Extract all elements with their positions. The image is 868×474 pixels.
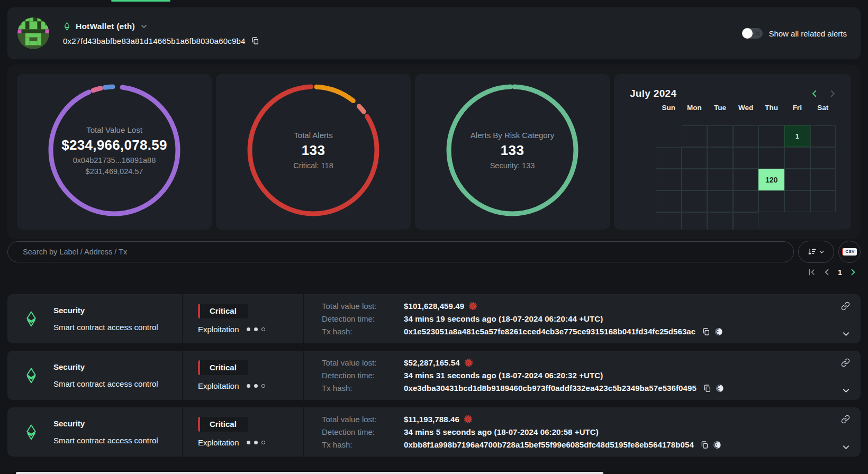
copy-address-icon[interactable] (251, 37, 259, 45)
alert-link-icon[interactable] (841, 415, 850, 424)
copy-tx-icon[interactable] (700, 441, 709, 449)
weekday-label: Sun (656, 104, 682, 112)
calendar-day-cell[interactable] (810, 125, 836, 147)
expand-alert-chevron-icon[interactable] (841, 442, 851, 452)
calendar-day-cell[interactable] (758, 125, 784, 147)
alert-category: Security (53, 362, 158, 371)
calendar-day-cell[interactable] (758, 147, 784, 169)
alert-row: Security Smart contract access control C… (7, 294, 861, 343)
calendar-day-cell[interactable] (682, 147, 708, 169)
previous-page-icon[interactable] (822, 268, 831, 277)
calendar-day-cell[interactable] (810, 169, 836, 190)
calendar-next-month-button[interactable] (828, 89, 837, 98)
calendar-day-cell[interactable] (656, 190, 682, 212)
alert-type: Smart contract access control (53, 323, 158, 332)
chevron-down-icon (818, 249, 825, 256)
alert-actions (829, 407, 861, 457)
copy-tx-icon[interactable] (702, 327, 710, 336)
expand-alert-chevron-icon[interactable] (841, 386, 851, 396)
calendar-day-cell[interactable] (733, 125, 759, 147)
pagination: 1 (807, 268, 857, 277)
calendar-prev-month-button[interactable] (810, 89, 819, 98)
stage-dot-filled (254, 441, 258, 444)
show-related-alerts-toggle[interactable] (742, 28, 763, 39)
block-explorer-icon[interactable] (713, 441, 721, 449)
toggle-off-x-icon (755, 30, 761, 37)
calendar-alert-count-cell[interactable]: 120 (758, 169, 784, 190)
stage-progress-dots (247, 327, 265, 331)
calendar-day-cell[interactable] (733, 190, 759, 212)
calendar-day-cell[interactable] (784, 147, 810, 169)
gauge-subline: Security: 133 (490, 161, 535, 170)
value-lost-label: Total value lost: (322, 415, 404, 424)
calendar-day-cell[interactable] (810, 190, 836, 212)
calendar-day-cell[interactable] (682, 212, 708, 230)
stage-dot-filled (254, 327, 258, 331)
current-page-number: 1 (838, 268, 842, 277)
alert-category: Security (53, 419, 158, 428)
wallet-selector[interactable]: HotWallet (eth) (63, 22, 259, 31)
value-lost-label: Total value lost: (322, 358, 404, 367)
weekday-label: Tue (707, 104, 733, 112)
copy-tx-icon[interactable] (703, 384, 711, 393)
detection-time-label: Detection time: (322, 371, 404, 380)
alert-category-section: Security Smart contract access control (7, 351, 182, 400)
weekday-label: Thu (758, 104, 784, 112)
wallet-avatar (17, 17, 49, 49)
calendar-day-cell[interactable] (682, 190, 708, 212)
wallet-address-line: 0x27fd43babfbe83a81d14665b1a6fb8030a60c9… (63, 37, 259, 45)
first-page-icon[interactable] (807, 268, 816, 277)
calendar-day-cell[interactable] (733, 212, 759, 230)
calendar-alert-count-cell[interactable]: 1 (784, 125, 810, 147)
alerts-list: Security Smart contract access control C… (7, 294, 861, 457)
stage-dot-filled (247, 441, 250, 444)
next-page-icon[interactable] (848, 268, 857, 277)
alert-stage: Exploitation (198, 381, 239, 390)
severity-badge: Critical (198, 360, 248, 375)
calendar-day-cell[interactable] (707, 190, 733, 212)
calendar-day-cell[interactable] (707, 147, 733, 169)
toggle-knob (742, 28, 753, 39)
wallet-info: HotWallet (eth) 0x27fd43babfbe83a81d1466… (63, 22, 259, 45)
export-csv-button[interactable]: CSV (838, 241, 861, 263)
alert-type: Smart contract access control (53, 379, 158, 388)
weekday-label: Sat (810, 104, 836, 112)
calendar-day-cell[interactable] (707, 212, 733, 230)
calendar-day-cell[interactable] (733, 169, 759, 190)
calendar-day-cell[interactable] (733, 147, 759, 169)
next-row-edge (16, 472, 603, 474)
sort-button[interactable] (798, 241, 834, 263)
block-explorer-icon[interactable] (716, 384, 724, 393)
alert-category: Security (53, 306, 158, 315)
calendar-day-cell[interactable] (784, 190, 810, 212)
tx-hash-label: Tx hash: (322, 327, 404, 336)
alert-details-section: Total value lost: $52,287,165.54 Detecti… (304, 351, 829, 400)
gauge-value: 133 (302, 142, 325, 159)
calendar-day-cell[interactable] (656, 147, 682, 169)
sort-descending-icon (807, 247, 817, 257)
tx-hash-value: 0xbb8f1a998b7196a4700b728a15bef55f99e608… (404, 440, 829, 449)
weekday-label: Wed (733, 104, 759, 112)
calendar-day-cell[interactable] (682, 169, 708, 190)
calendar-day-cell[interactable] (784, 169, 810, 190)
expand-alert-chevron-icon[interactable] (841, 329, 851, 339)
detection-time-label: Detection time: (322, 427, 404, 436)
calendar-day-cell[interactable] (758, 190, 784, 212)
calendar-day-cell[interactable] (656, 169, 682, 190)
severity-badge: Critical (198, 304, 248, 318)
search-input[interactable] (7, 241, 794, 262)
ethereum-icon (24, 367, 39, 384)
calendar-day-cell[interactable] (656, 212, 682, 230)
alerts-by-risk-card: Alerts By Risk Category 133 Security: 13… (415, 74, 610, 230)
csv-file-icon: CSV (842, 248, 856, 256)
alert-link-icon[interactable] (841, 358, 850, 367)
alert-link-icon[interactable] (841, 302, 850, 311)
block-explorer-icon[interactable] (715, 327, 723, 336)
stage-dot-filled (254, 384, 258, 388)
calendar-day-cell[interactable] (707, 169, 733, 190)
gauge-value: $234,966,078.59 (61, 137, 167, 153)
calendar-day-cell[interactable] (707, 125, 733, 147)
alert-actions (829, 294, 861, 343)
calendar-day-cell[interactable] (682, 125, 708, 147)
calendar-day-cell[interactable] (810, 147, 836, 169)
